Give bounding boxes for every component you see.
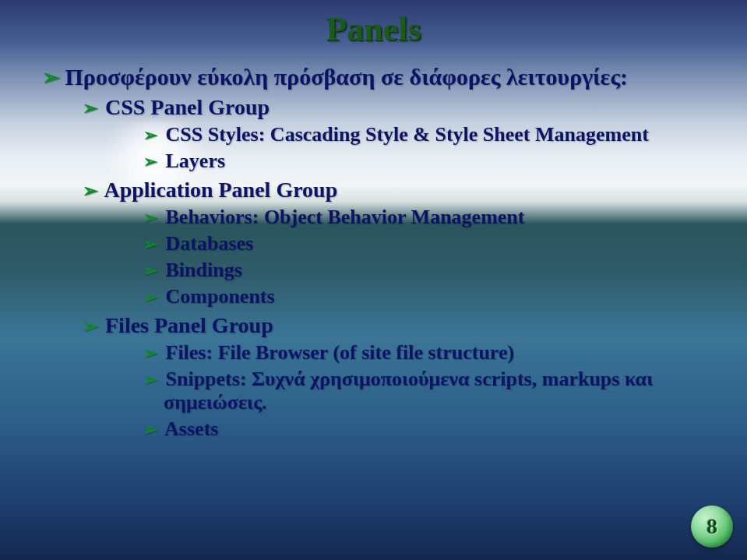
bullet-text: Bindings xyxy=(166,259,242,281)
list-item: ➢ Snippets: Συχνά χρησιμοποιούμενα scrip… xyxy=(103,368,700,414)
list-item: ➢ Layers xyxy=(103,150,700,173)
bullet-text: Snippets: Συχνά χρησιμοποιούμενα scripts… xyxy=(164,368,653,414)
list-item: ➢ Behaviors: Object Behavior Management xyxy=(103,206,700,229)
list-item: ➢ Databases xyxy=(103,232,700,255)
list-item: ➢ Assets xyxy=(103,417,700,441)
bullet-icon: ➢ xyxy=(83,180,100,202)
slide: Panels ➢ Προσφέρουν εύκολη πρόσβαση σε δ… xyxy=(0,0,747,560)
bullet-icon: ➢ xyxy=(143,370,160,390)
list-item: ➢ Components xyxy=(103,285,700,308)
bullet-text: Components xyxy=(166,285,275,308)
bullet-icon: ➢ xyxy=(143,420,160,440)
bullet-text: Behaviors: Object Behavior Management xyxy=(166,206,525,228)
bullet-list: ➢ Προσφέρουν εύκολη πρόσβαση σε διάφορες… xyxy=(39,64,700,449)
list-item: ➢ Bindings xyxy=(103,259,700,282)
bullet-text: Assets xyxy=(164,417,218,440)
bullet-icon: ➢ xyxy=(143,343,160,364)
bullet-icon: ➢ xyxy=(143,152,160,172)
bullet-icon: ➢ xyxy=(83,315,100,337)
page-number: 8 xyxy=(706,514,717,539)
list-item: ➢ Application Panel Group ➢ Behaviors: O… xyxy=(62,178,700,308)
bullet-icon: ➢ xyxy=(143,125,160,146)
list-item: ➢ Προσφέρουν εύκολη πρόσβαση σε διάφορες… xyxy=(39,64,700,441)
list-item: ➢ CSS Panel Group ➢ CSS Styles: Cascadin… xyxy=(62,95,700,173)
list-item: ➢ Files: File Browser (of site file stru… xyxy=(103,341,700,365)
bullet-icon: ➢ xyxy=(143,287,160,308)
bullet-icon: ➢ xyxy=(143,208,160,228)
bullet-text: CSS Styles: Cascading Style & Style Shee… xyxy=(166,123,649,146)
list-item: ➢ Files Panel Group ➢ Files: File Browse… xyxy=(62,313,700,441)
slide-content: Panels ➢ Προσφέρουν εύκολη πρόσβαση σε δ… xyxy=(0,0,747,560)
bullet-text: Databases xyxy=(166,232,254,255)
bullet-text: CSS Panel Group xyxy=(105,95,270,119)
bullet-text: Layers xyxy=(166,150,226,172)
slide-title: Panels xyxy=(0,9,747,49)
bullet-icon: ➢ xyxy=(83,97,100,119)
bullet-icon: ➢ xyxy=(143,234,160,255)
bullet-icon: ➢ xyxy=(42,65,59,90)
bullet-text: Files: File Browser (of site file struct… xyxy=(166,341,515,364)
bullet-text: Προσφέρουν εύκολη πρόσβαση σε διάφορες λ… xyxy=(65,64,629,90)
bullet-icon: ➢ xyxy=(143,261,160,281)
page-number-badge: 8 xyxy=(691,505,733,548)
bullet-text: Application Panel Group xyxy=(104,178,337,202)
bullet-text: Files Panel Group xyxy=(105,313,273,337)
list-item: ➢ CSS Styles: Cascading Style & Style Sh… xyxy=(103,123,700,146)
